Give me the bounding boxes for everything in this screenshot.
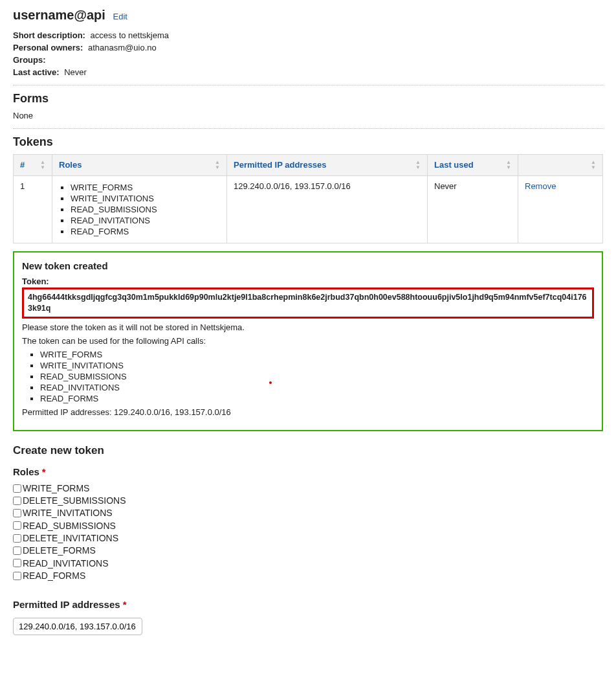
roles-field-label: Roles* (13, 466, 603, 477)
groups-label: Groups: (13, 55, 46, 65)
role-option-label[interactable]: READ_SUBMISSIONS (23, 521, 116, 531)
forms-heading: Forms (13, 92, 603, 106)
call-item: WRITE_INVITATIONS (40, 361, 594, 370)
role-option: DELETE_SUBMISSIONS (13, 495, 603, 506)
required-star-icon: * (123, 599, 127, 610)
calls-list: WRITE_FORMS WRITE_INVITATIONS READ_SUBMI… (40, 350, 594, 403)
role-checkbox[interactable] (13, 521, 21, 530)
role-option: READ_SUBMISSIONS (13, 520, 603, 531)
col-ips[interactable]: Permitted IP addresses ▲▼ (227, 155, 428, 176)
table-row: 1 WRITE_FORMS WRITE_INVITATIONS READ_SUB… (14, 176, 603, 243)
col-last-used-label: Last used (434, 160, 474, 170)
sort-icon: ▲▼ (415, 160, 421, 170)
role-option: READ_FORMS (13, 570, 603, 581)
create-section: Create new token Roles* WRITE_FORMS DELE… (13, 444, 603, 635)
token-value: 4hg66444tkksgdljqgfcg3q30m1m5pukkld69p90… (22, 287, 594, 319)
token-created-heading: New token created (22, 260, 594, 271)
role-option: DELETE_FORMS (13, 545, 603, 556)
role-checkbox[interactable] (13, 497, 21, 505)
role-option-label[interactable]: READ_INVITATIONS (23, 558, 109, 569)
tokens-table: # ▲▼ Roles ▲▼ Permitted IP addresses ▲▼ … (13, 154, 603, 243)
cell-num: 1 (14, 176, 52, 243)
store-note: Please store the token as it will not be… (22, 322, 594, 332)
call-item: READ_SUBMISSIONS (40, 372, 594, 381)
token-created-box: New token created Token: 4hg66444tkksgdl… (13, 251, 603, 431)
required-star-icon: * (42, 466, 46, 477)
role-checkbox[interactable] (13, 534, 21, 543)
token-label: Token: (22, 276, 594, 286)
role-item: WRITE_INVITATIONS (71, 194, 220, 203)
owners-value: athanasm@uio.no (88, 43, 157, 52)
role-checkbox[interactable] (13, 484, 21, 493)
role-option: WRITE_INVITATIONS (13, 507, 603, 518)
cell-roles: WRITE_FORMS WRITE_INVITATIONS READ_SUBMI… (52, 176, 227, 243)
role-option: DELETE_INVITATIONS (13, 532, 603, 543)
col-num-label: # (20, 160, 25, 170)
role-checkbox[interactable] (13, 546, 21, 555)
last-active-value: Never (64, 67, 87, 77)
sort-icon: ▲▼ (40, 160, 45, 170)
call-item: READ_INVITATIONS (40, 383, 594, 392)
col-ips-label: Permitted IP addresses (234, 160, 327, 170)
owners-label: Personal owners: (13, 43, 83, 52)
col-last-used[interactable]: Last used ▲▼ (428, 155, 518, 176)
role-item: READ_FORMS (71, 227, 220, 236)
cell-last-used: Never (428, 176, 518, 243)
ip-input[interactable] (13, 618, 142, 635)
role-checkbox[interactable] (13, 509, 21, 517)
role-checkbox[interactable] (13, 559, 21, 567)
cell-ips: 129.240.0.0/16, 193.157.0.0/16 (227, 176, 428, 243)
sort-icon: ▲▼ (591, 160, 596, 170)
page-title: username@api (13, 8, 105, 23)
short-desc-label: Short description: (13, 30, 85, 40)
role-option: WRITE_FORMS (13, 482, 603, 493)
col-num[interactable]: # ▲▼ (14, 155, 52, 176)
role-item: READ_SUBMISSIONS (71, 205, 220, 214)
ips-field-label: Permitted IP addresses* (13, 599, 603, 610)
role-option-label[interactable]: DELETE_SUBMISSIONS (23, 495, 126, 506)
separator (13, 85, 603, 85)
role-checkbox[interactable] (13, 572, 21, 580)
meta-block: Short description: access to nettskjema … (13, 30, 603, 77)
forms-none: None (13, 111, 603, 120)
role-option-label[interactable]: DELETE_INVITATIONS (23, 533, 118, 543)
col-action[interactable]: ▲▼ (518, 155, 603, 176)
calls-note: The token can be used for the following … (22, 336, 594, 346)
role-option-label[interactable]: READ_FORMS (23, 570, 85, 581)
role-option: READ_INVITATIONS (13, 557, 603, 569)
role-option-label[interactable]: DELETE_FORMS (23, 546, 96, 556)
role-option-label[interactable]: WRITE_INVITATIONS (23, 508, 113, 519)
col-roles-label: Roles (59, 160, 82, 170)
separator (13, 128, 603, 129)
edit-link[interactable]: Edit (113, 12, 127, 21)
sort-icon: ▲▼ (215, 160, 220, 170)
call-item: READ_FORMS (40, 394, 594, 403)
red-dot-icon (269, 381, 272, 384)
role-item: WRITE_FORMS (71, 183, 220, 192)
call-item: WRITE_FORMS (40, 350, 594, 359)
permitted-note: Permitted IP addresses: 129.240.0.0/16, … (22, 407, 594, 417)
remove-link[interactable]: Remove (525, 181, 556, 191)
short-desc-value: access to nettskjema (91, 30, 169, 40)
last-active-label: Last active: (13, 67, 60, 77)
create-heading: Create new token (13, 444, 603, 457)
sort-icon: ▲▼ (506, 160, 511, 170)
role-option-label[interactable]: WRITE_FORMS (23, 483, 89, 493)
tokens-heading: Tokens (13, 135, 603, 149)
col-roles[interactable]: Roles ▲▼ (52, 155, 227, 176)
role-item: READ_INVITATIONS (71, 216, 220, 225)
